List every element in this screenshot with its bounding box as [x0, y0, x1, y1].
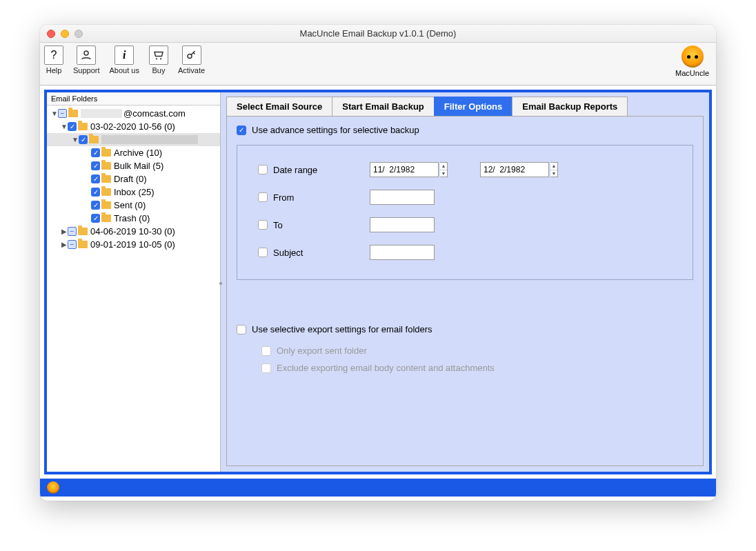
- checkbox[interactable]: ✓: [91, 201, 100, 210]
- selective-export-section: Use selective export settings for email …: [237, 324, 693, 373]
- from-checkbox[interactable]: [258, 192, 268, 202]
- checkbox[interactable]: ✓: [91, 174, 100, 183]
- chevron-right-icon[interactable]: ▶: [61, 228, 68, 235]
- date-from-spinner[interactable]: ▲▼: [440, 162, 448, 177]
- to-checkbox[interactable]: [258, 220, 268, 230]
- selective-export-checkbox[interactable]: [237, 325, 246, 334]
- cart-icon: [149, 46, 168, 65]
- tristate-checkbox[interactable]: −: [58, 109, 67, 118]
- tab-content: ✓ Use advance settings for selective bac…: [226, 116, 704, 466]
- chevron-down-icon[interactable]: ▼: [550, 170, 557, 177]
- only-sent-label: Only export sent folder: [277, 345, 367, 356]
- brand-logo: MacUncle: [675, 46, 709, 77]
- checkbox[interactable]: ✓: [79, 135, 88, 144]
- subject-input[interactable]: [370, 245, 435, 260]
- help-icon: ?: [44, 46, 63, 65]
- buy-button[interactable]: Buy: [149, 46, 168, 74]
- chevron-down-icon[interactable]: ▼: [61, 123, 68, 130]
- support-button[interactable]: Support: [73, 46, 100, 74]
- tree-label: Trash (0): [114, 213, 150, 223]
- tree-item[interactable]: ✓ Draft (0): [47, 172, 220, 186]
- checkbox[interactable]: ✓: [68, 122, 77, 131]
- filter-section: Date range ▲▼ ▲▼ From: [237, 145, 693, 280]
- redacted-text: [81, 109, 122, 118]
- chevron-down-icon[interactable]: ▼: [440, 170, 447, 177]
- advance-settings-label: Use advance settings for selective backu…: [252, 125, 419, 135]
- exclude-body-row: Exclude exporting email body content and…: [261, 363, 693, 373]
- selective-export-label: Use selective export settings for email …: [252, 324, 432, 334]
- folder-icon: [101, 188, 111, 196]
- minimize-window-button[interactable]: [61, 30, 69, 38]
- checkbox[interactable]: ✓: [91, 188, 100, 197]
- date-to-input[interactable]: [480, 162, 549, 177]
- advance-settings-row[interactable]: ✓ Use advance settings for selective bac…: [237, 125, 693, 135]
- exclude-body-label: Exclude exporting email body content and…: [277, 363, 495, 373]
- main-panel: Select Email Source Start Email Backup F…: [221, 92, 709, 472]
- to-input[interactable]: [370, 217, 435, 232]
- date-range-row: Date range ▲▼ ▲▼: [258, 162, 672, 177]
- tristate-checkbox[interactable]: −: [68, 227, 77, 236]
- tab-filter-options[interactable]: Filter Options: [434, 97, 513, 116]
- tree-root[interactable]: ▼ − @comcast.com: [47, 107, 220, 120]
- tree-label: @comcast.com: [123, 108, 186, 119]
- tree-item[interactable]: ▶ − 09-01-2019 10-05 (0): [47, 238, 220, 251]
- folder-icon: [101, 162, 111, 170]
- tree-item[interactable]: ▼ ✓ 03-02-2020 10-56 (0): [47, 120, 220, 133]
- close-window-button[interactable]: [47, 30, 55, 38]
- date-range-label: Date range: [273, 165, 370, 175]
- tree-item[interactable]: ▼ ✓: [47, 133, 220, 146]
- traffic-lights: [47, 30, 83, 38]
- exclude-body-checkbox[interactable]: [261, 363, 271, 373]
- window-title: MacUncle Email Backup v1.0.1 (Demo): [40, 28, 716, 39]
- info-icon: i: [115, 46, 134, 65]
- tab-select-source[interactable]: Select Email Source: [226, 97, 332, 116]
- subject-checkbox[interactable]: [258, 248, 268, 257]
- content-area: Email Folders ▼ − @comcast.com ▼ ✓ 03-02…: [44, 90, 712, 474]
- fullscreen-window-button[interactable]: [74, 30, 83, 38]
- tab-reports[interactable]: Email Backup Reports: [512, 97, 628, 116]
- advance-settings-checkbox[interactable]: ✓: [237, 126, 246, 135]
- date-range-checkbox[interactable]: [258, 165, 268, 174]
- help-button[interactable]: ? Help: [44, 46, 63, 74]
- key-icon: [182, 46, 201, 65]
- tab-start-backup[interactable]: Start Email Backup: [332, 97, 435, 116]
- subject-row: Subject: [258, 245, 672, 260]
- svg-point-1: [156, 58, 157, 59]
- from-input[interactable]: [370, 190, 435, 205]
- to-row: To: [258, 217, 672, 232]
- tree-item[interactable]: ✓ Trash (0): [47, 212, 220, 225]
- chevron-down-icon[interactable]: ▼: [72, 136, 79, 143]
- checkbox[interactable]: ✓: [91, 214, 100, 223]
- chevron-down-icon[interactable]: ▼: [51, 110, 58, 117]
- date-to-spinner[interactable]: ▲▼: [550, 162, 558, 177]
- chevron-right-icon[interactable]: ▶: [61, 241, 68, 248]
- chevron-up-icon[interactable]: ▲: [550, 163, 557, 170]
- sidebar: Email Folders ▼ − @comcast.com ▼ ✓ 03-02…: [47, 92, 221, 472]
- tristate-checkbox[interactable]: −: [68, 240, 77, 249]
- splitter-handle[interactable]: [219, 282, 222, 285]
- about-button[interactable]: i About us: [110, 46, 139, 74]
- tree-label: Bulk Mail (5): [114, 161, 163, 171]
- svg-point-2: [160, 58, 161, 59]
- from-label: From: [273, 192, 370, 203]
- activate-button[interactable]: Activate: [178, 46, 205, 74]
- chevron-up-icon[interactable]: ▲: [440, 163, 447, 170]
- from-row: From: [258, 190, 672, 205]
- toolbar: ? Help Support i About us Buy Activate: [40, 43, 716, 86]
- tree-item[interactable]: ✓ Sent (0): [47, 199, 220, 212]
- date-from-input[interactable]: [370, 162, 439, 177]
- tree-label: Archive (10): [114, 148, 162, 158]
- tree-label: Draft (0): [114, 174, 147, 184]
- subject-label: Subject: [273, 248, 370, 258]
- checkbox[interactable]: ✓: [91, 148, 100, 157]
- checkbox[interactable]: ✓: [91, 161, 100, 170]
- tree-item[interactable]: ✓ Inbox (25): [47, 186, 220, 199]
- selective-export-row[interactable]: Use selective export settings for email …: [237, 324, 693, 334]
- tree-item[interactable]: ✓ Archive (10): [47, 146, 220, 159]
- folder-tree[interactable]: ▼ − @comcast.com ▼ ✓ 03-02-2020 10-56 (0…: [47, 106, 220, 472]
- tree-item[interactable]: ✓ Bulk Mail (5): [47, 159, 220, 172]
- folder-icon: [78, 241, 88, 248]
- only-sent-checkbox[interactable]: [261, 346, 271, 356]
- tree-item[interactable]: ▶ − 04-06-2019 10-30 (0): [47, 225, 220, 238]
- only-sent-row: Only export sent folder: [261, 345, 693, 356]
